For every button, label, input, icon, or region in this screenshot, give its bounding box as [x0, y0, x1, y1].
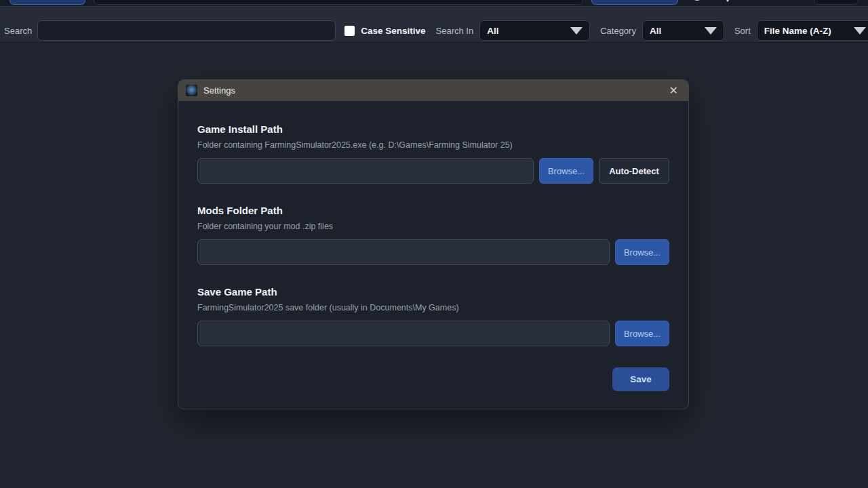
browse-button[interactable]: Browse...	[539, 158, 593, 184]
mods-folder-path-input[interactable]	[197, 239, 610, 265]
image-scale-dropdown[interactable]: 100%	[814, 0, 859, 5]
category-label: Category	[600, 26, 636, 36]
browse-button[interactable]: Browse...	[615, 239, 669, 265]
browse-button[interactable]: Browse...	[615, 321, 669, 346]
section-description: FarmingSimulator2025 save folder (usuall…	[197, 303, 669, 312]
save-button[interactable]: Save	[612, 367, 669, 391]
folder-path-input[interactable]	[94, 0, 583, 5]
case-sensitive-label: Case Sensitive	[361, 26, 425, 36]
load-files-button[interactable]: Load Files	[591, 0, 678, 5]
game-install-path-section: Game Install Path Folder containing Farm…	[197, 123, 669, 184]
section-heading: Mods Folder Path	[197, 205, 669, 216]
sort-value: File Name (A-Z)	[764, 26, 831, 36]
chevron-down-icon	[570, 27, 583, 35]
close-icon[interactable]: ✕	[667, 84, 681, 98]
chevron-down-icon	[705, 27, 717, 35]
app-window: Select Folder Load Files Image Scale 100…	[0, 0, 868, 488]
save-game-path-input[interactable]	[197, 321, 610, 346]
section-heading: Game Install Path	[197, 123, 669, 135]
select-folder-button[interactable]: Select Folder	[9, 0, 85, 5]
dialog-body: Game Install Path Folder containing Farm…	[178, 101, 688, 391]
search-input[interactable]	[37, 20, 336, 41]
top-toolbar: Select Folder Load Files Image Scale 100…	[0, 0, 868, 7]
dialog-titlebar[interactable]: Settings ✕	[178, 80, 688, 101]
help-icon[interactable]	[726, 0, 732, 2]
auto-detect-button[interactable]: Auto-Detect	[599, 158, 669, 184]
case-sensitive-checkbox[interactable]	[344, 26, 355, 36]
search-label: Search	[4, 26, 32, 36]
search-in-dropdown[interactable]: All	[479, 20, 590, 41]
settings-dialog: Settings ✕ Game Install Path Folder cont…	[178, 79, 689, 409]
section-description: Folder containing your mod .zip files	[197, 222, 669, 231]
section-heading: Save Game Path	[197, 286, 669, 298]
app-icon	[186, 85, 197, 96]
game-install-path-input[interactable]	[197, 158, 534, 184]
search-in-label: Search In	[436, 26, 474, 36]
section-description: Folder containing FarmingSimulator2025.e…	[197, 140, 669, 150]
chevron-down-icon	[854, 27, 866, 35]
sort-label: Sort	[734, 26, 751, 36]
category-value: All	[650, 26, 661, 36]
image-scale-value: 100%	[820, 0, 841, 1]
category-dropdown[interactable]: All	[642, 20, 724, 41]
sort-dropdown[interactable]: File Name (A-Z)	[757, 20, 868, 41]
image-scale-label: Image Scale	[755, 0, 806, 5]
save-game-path-section: Save Game Path FarmingSimulator2025 save…	[197, 286, 669, 346]
dialog-title: Settings	[203, 85, 235, 96]
mods-folder-path-section: Mods Folder Path Folder containing your …	[197, 205, 669, 265]
refresh-icon[interactable]	[692, 0, 703, 1]
filter-toolbar: Search Case Sensitive Search In All Cate…	[0, 7, 868, 43]
search-in-value: All	[487, 26, 498, 36]
